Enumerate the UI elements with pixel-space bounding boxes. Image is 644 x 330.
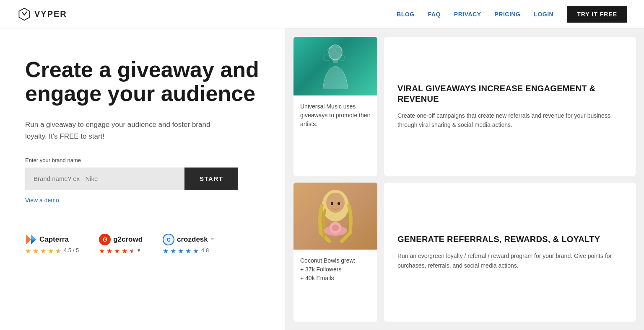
star-1: ★	[25, 247, 32, 254]
svg-point-19	[338, 202, 340, 205]
crozdesk-badge: C crozdesk ™ ★ ★ ★ ★ ★ 4.8	[163, 234, 215, 254]
viral-giveaways-body: Create one-off campaigns that create new…	[397, 111, 622, 130]
coconut-bowls-caption: Coconut Bowls grew:+ 37k Followers+ 40k …	[293, 250, 377, 289]
nav-faq[interactable]: FAQ	[428, 11, 441, 18]
crozdesk-star-3: ★	[178, 247, 184, 254]
capterra-header: Capterra	[25, 234, 79, 245]
logo-icon	[17, 7, 32, 22]
referrals-body: Run an evergreen loyalty / referral / re…	[397, 251, 622, 270]
capterra-stars: ★ ★ ★ ★ ★ ★ 4.5 / 5	[25, 247, 79, 254]
g2-star-3: ★	[114, 247, 121, 254]
nav-login[interactable]: LOGIN	[534, 11, 553, 18]
viral-giveaways-card: VIRAL GIVEAWAYS INCREASE ENGAGEMENT & RE…	[384, 37, 636, 176]
crozdesk-score: 4.8	[201, 247, 209, 253]
header: VYPER BLOG FAQ PRIVACY PRICING LOGIN TRY…	[0, 0, 644, 28]
svg-point-17	[332, 224, 339, 231]
hero-headline: Create a giveaway and engage your audien…	[25, 58, 260, 106]
start-button[interactable]: START	[184, 168, 238, 190]
input-row: START	[25, 168, 260, 190]
g2-header: G g2crowd	[99, 234, 143, 245]
referrals-title: GENERATE REFERRALS, REWARDS, & LOYALTY	[397, 234, 622, 245]
svg-point-14	[326, 193, 345, 213]
coconut-bowls-image	[310, 183, 361, 250]
logo-text: VYPER	[34, 9, 67, 19]
g2-star-1: ★	[99, 247, 106, 254]
main-content: Create a giveaway and engage your audien…	[0, 28, 644, 330]
right-panel: Universal Music uses giveaways to promot…	[285, 28, 644, 330]
g2crowd-badge: G g2crowd ★ ★ ★ ★ ★ ★ ▾	[99, 234, 143, 254]
hero-section: Create a giveaway and engage your audien…	[0, 28, 285, 330]
universal-music-caption: Universal Music uses giveaways to promot…	[293, 95, 377, 135]
view-demo-link[interactable]: View a demo	[25, 197, 59, 204]
star-4: ★	[48, 247, 55, 254]
main-nav: BLOG FAQ PRIVACY PRICING LOGIN TRY IT FR…	[397, 6, 627, 23]
g2-star-5: ★ ★	[129, 247, 136, 254]
g2-star-2: ★	[106, 247, 113, 254]
crozdesk-trademark: ™	[210, 237, 215, 242]
g2-star-4: ★	[122, 247, 128, 254]
svg-marker-9	[323, 55, 330, 61]
g2-dropdown-icon: ▾	[138, 247, 140, 253]
star-2: ★	[33, 247, 39, 254]
logo[interactable]: VYPER	[17, 7, 67, 22]
g2-icon: G	[99, 234, 111, 245]
try-free-button[interactable]: TRY IT FREE	[567, 6, 627, 23]
svg-marker-0	[31, 235, 36, 240]
crozdesk-icon: C	[163, 234, 174, 245]
nav-blog[interactable]: BLOG	[397, 11, 414, 18]
svg-marker-1	[31, 240, 36, 245]
nav-privacy[interactable]: PRIVACY	[454, 11, 481, 18]
person-silhouette	[321, 43, 350, 89]
crozdesk-stars: ★ ★ ★ ★ ★ 4.8	[163, 247, 215, 254]
crozdesk-star-2: ★	[170, 247, 177, 254]
crozdesk-star-5: ★	[193, 247, 200, 254]
crozdesk-star-1: ★	[163, 247, 169, 254]
g2-name: g2crowd	[113, 235, 143, 244]
capterra-icon	[25, 234, 37, 245]
capterra-badge: Capterra ★ ★ ★ ★ ★ ★ 4.5 / 5	[25, 234, 79, 254]
hero-subtext: Run a giveaway to engage your audience a…	[25, 119, 218, 142]
star-3: ★	[40, 247, 47, 254]
coconut-bowls-card: Coconut Bowls grew:+ 37k Followers+ 40k …	[293, 183, 377, 322]
viral-giveaways-title: VIRAL GIVEAWAYS INCREASE ENGAGEMENT & RE…	[397, 83, 622, 104]
capterra-score: 4.5 / 5	[64, 247, 79, 253]
capterra-name: Capterra	[39, 235, 69, 244]
badges-row: Capterra ★ ★ ★ ★ ★ ★ 4.5 / 5 G	[25, 234, 260, 254]
crozdesk-header: C crozdesk ™	[163, 234, 215, 245]
nav-pricing[interactable]: PRICING	[495, 11, 521, 18]
coconut-bowls-thumbnail	[293, 183, 377, 250]
svg-point-18	[331, 202, 333, 205]
star-5: ★ ★	[55, 247, 62, 254]
svg-rect-6	[333, 59, 338, 63]
svg-text:C: C	[167, 237, 171, 243]
universal-music-thumbnail	[293, 37, 377, 95]
g2-stars: ★ ★ ★ ★ ★ ★ ▾	[99, 247, 143, 254]
brand-input[interactable]	[25, 168, 184, 190]
universal-music-card: Universal Music uses giveaways to promot…	[293, 37, 377, 176]
crozdesk-name: crozdesk	[177, 235, 208, 244]
input-label: Enter your brand name	[25, 157, 260, 163]
svg-marker-2	[26, 235, 31, 245]
crozdesk-star-4: ★	[185, 247, 192, 254]
referrals-card: GENERATE REFERRALS, REWARDS, & LOYALTY R…	[384, 183, 636, 322]
